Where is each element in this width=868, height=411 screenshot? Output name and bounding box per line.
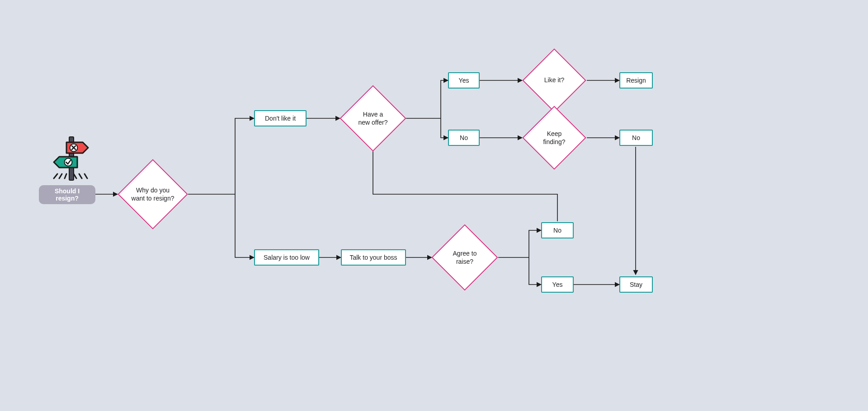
edge-why-salarylow bbox=[235, 194, 254, 257]
node-yes2[interactable]: Yes bbox=[541, 276, 574, 293]
edge-agreeraise-yes2 bbox=[529, 257, 541, 285]
node-yes1[interactable]: Yes bbox=[448, 72, 480, 89]
node-talkboss[interactable]: Talk to your boss bbox=[341, 249, 406, 266]
node-no3-label: No bbox=[553, 227, 561, 234]
svg-line-5 bbox=[85, 174, 87, 178]
node-newoffer-label: Have a new offer? bbox=[358, 111, 387, 126]
svg-line-4 bbox=[79, 174, 82, 178]
node-yes2-label: Yes bbox=[552, 281, 563, 288]
sign-left-green bbox=[54, 157, 77, 168]
node-no3[interactable]: No bbox=[541, 222, 574, 238]
node-dontlike[interactable]: Don't like it bbox=[254, 110, 307, 126]
node-start-label: Should I resign? bbox=[44, 187, 90, 202]
node-likeit-label: Like it? bbox=[544, 76, 564, 84]
node-no2[interactable]: No bbox=[619, 130, 653, 146]
node-talkboss-label: Talk to your boss bbox=[349, 254, 397, 261]
node-dontlike-label: Don't like it bbox=[265, 115, 296, 122]
node-salarylow[interactable]: Salary is too low bbox=[254, 249, 319, 266]
node-keepfinding-label: Keep finding? bbox=[543, 130, 565, 145]
svg-line-1 bbox=[59, 174, 62, 178]
edge-why-dontlike bbox=[235, 118, 254, 194]
node-resign[interactable]: Resign bbox=[619, 72, 653, 89]
svg-line-0 bbox=[54, 174, 57, 178]
edge-no3-newoffer bbox=[373, 136, 557, 221]
signpost-icon bbox=[51, 133, 92, 183]
node-why-label: Why do you want to resign? bbox=[132, 187, 175, 202]
svg-line-2 bbox=[65, 174, 66, 178]
node-stay-label: Stay bbox=[630, 281, 642, 288]
node-salarylow-label: Salary is too low bbox=[264, 254, 310, 261]
node-no2-label: No bbox=[632, 134, 640, 141]
flowchart-canvas[interactable]: Should I resign? Why do you want to resi… bbox=[0, 0, 868, 411]
edge-newoffer-yes1 bbox=[441, 80, 448, 118]
node-no1-label: No bbox=[460, 134, 468, 141]
node-resign-label: Resign bbox=[626, 77, 646, 84]
sign-right-red bbox=[66, 142, 88, 153]
edge-newoffer-no1 bbox=[441, 118, 448, 138]
node-yes1-label: Yes bbox=[459, 77, 469, 84]
node-stay[interactable]: Stay bbox=[619, 276, 653, 293]
node-no1[interactable]: No bbox=[448, 130, 480, 146]
node-agreeraise-label: Agree to raise? bbox=[453, 250, 477, 265]
node-start[interactable]: Should I resign? bbox=[39, 185, 95, 204]
edge-agreeraise-no3 bbox=[529, 230, 541, 257]
